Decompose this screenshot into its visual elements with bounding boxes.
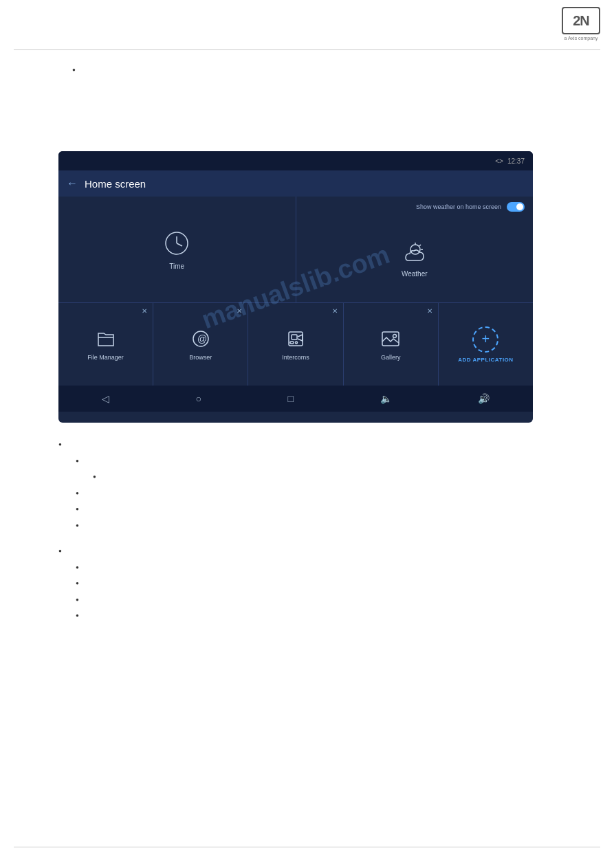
bullet-2-3-dot: ● [76, 597, 85, 603]
time-label: Time [169, 263, 184, 270]
weather-cell[interactable]: Show weather on home screen [296, 197, 534, 302]
bullet-1-1-text [85, 456, 88, 470]
bullet-1: ● [58, 440, 595, 454]
bullet-1-3-dot: ● [76, 506, 85, 512]
bullet-2-4: ● [76, 611, 595, 625]
intercoms-label: Intercoms [282, 354, 309, 361]
nav-back-icon[interactable]: ◁ [102, 393, 109, 404]
bullet-1-4: ● [76, 521, 595, 535]
weather-icon [400, 240, 429, 266]
add-application-label: ADD APPLICATION [458, 357, 513, 363]
clock-icon [163, 230, 190, 257]
close-gallery-icon[interactable]: ✕ [427, 307, 432, 315]
status-bar: <> 12:37 [58, 151, 533, 170]
app-cell-intercoms[interactable]: ✕ Intercoms [248, 303, 343, 386]
bullet-1-2: ● [76, 489, 595, 502]
bottom-row: ✕ File Manager ✕ @ Browser [58, 303, 533, 386]
logo-box: 2N [562, 7, 600, 34]
svg-point-13 [296, 342, 298, 344]
bottom-divider [14, 847, 600, 847]
bullet-1-4-text [85, 521, 88, 535]
bullet-1-1: ● [76, 456, 595, 470]
add-circle-icon: + [472, 326, 498, 353]
bullet-1-1-1-text [102, 472, 105, 486]
svg-line-2 [177, 243, 182, 246]
weather-label: Weather [402, 270, 428, 278]
bullet-1-2-text [85, 489, 88, 502]
content-area: Time Show weather on home screen [58, 197, 533, 386]
bullet-1-1-1: ● [93, 472, 595, 486]
logo-text: 2N [573, 13, 589, 29]
nav-recent-icon[interactable]: □ [287, 393, 293, 404]
svg-rect-12 [290, 342, 294, 344]
device-wrapper: manualslib.com <> 12:37 ← Home screen [58, 151, 533, 423]
bullets-section: ● ● ● ● ● ● ● ● ● ● ● [58, 440, 595, 627]
bullet-2-1-dot: ● [76, 564, 85, 570]
top-bullet: ● [72, 62, 76, 76]
svg-line-5 [419, 245, 421, 246]
status-signal-icon: <> [495, 157, 503, 165]
bullet-2-2-text [85, 579, 88, 592]
status-time: 12:37 [507, 157, 525, 165]
bullet-2-3: ● [76, 595, 595, 609]
close-file-manager-icon[interactable]: ✕ [142, 307, 147, 315]
bullet-2-3-text [85, 595, 88, 609]
svg-rect-11 [292, 335, 297, 340]
close-browser-icon[interactable]: ✕ [237, 307, 242, 315]
back-button[interactable]: ← [67, 177, 78, 190]
bullet-2-4-dot: ● [76, 612, 85, 619]
bullet-1-dot: ● [58, 441, 68, 447]
top-divider [14, 49, 600, 50]
bullet-1-1-1-dot: ● [93, 474, 102, 480]
bullet-1-3-text [85, 504, 88, 518]
nav-bar: ◁ ○ □ 🔈 🔊 [58, 386, 533, 412]
bullet-1-text [68, 440, 71, 454]
time-cell[interactable]: Time [58, 197, 296, 302]
nav-home-icon[interactable]: ○ [195, 393, 201, 404]
weather-toggle-row: Show weather on home screen [296, 197, 534, 214]
browser-label: Browser [189, 354, 212, 361]
bullet-2-4-text [85, 611, 88, 625]
file-manager-label: File Manager [87, 354, 124, 361]
bullet-1-4-dot: ● [76, 522, 85, 528]
top-bullet-dot: ● [72, 67, 76, 73]
nav-volume-down-icon[interactable]: 🔈 [380, 393, 392, 404]
gallery-icon [380, 328, 402, 350]
svg-text:@: @ [197, 333, 207, 344]
weather-toggle-label: Show weather on home screen [416, 203, 501, 210]
add-application-cell[interactable]: + ADD APPLICATION [439, 303, 533, 386]
bullet-2: ● [58, 546, 595, 560]
bullet-1-2-dot: ● [76, 490, 85, 496]
browser-icon: @ [190, 328, 212, 350]
device-screen: manualslib.com <> 12:37 ← Home screen [58, 151, 533, 423]
top-row: Time Show weather on home screen [58, 197, 533, 303]
nav-volume-up-icon[interactable]: 🔊 [478, 393, 490, 404]
title-bar: ← Home screen [58, 170, 533, 197]
logo-area: 2N a Axis company [562, 7, 600, 41]
bullet-2-text [68, 546, 71, 560]
bullet-2-2: ● [76, 579, 595, 592]
app-cell-file-manager[interactable]: ✕ File Manager [58, 303, 153, 386]
file-manager-icon [95, 328, 117, 350]
close-intercoms-icon[interactable]: ✕ [332, 307, 338, 315]
svg-point-3 [410, 245, 420, 254]
app-cell-gallery[interactable]: ✕ Gallery [344, 303, 439, 386]
bullet-2-1: ● [76, 563, 595, 577]
status-icons: <> 12:37 [495, 157, 525, 165]
svg-point-15 [393, 335, 397, 338]
bullet-1-1-dot: ● [76, 458, 85, 464]
intercoms-icon [285, 328, 307, 350]
bullet-2-2-dot: ● [76, 580, 85, 586]
gallery-label: Gallery [381, 354, 401, 361]
logo-subtitle: a Axis company [564, 36, 597, 41]
bullet-2-dot: ● [58, 548, 68, 554]
bullet-2-1-text [85, 563, 88, 577]
weather-icon-area: Weather [296, 214, 534, 302]
screen-title: Home screen [85, 178, 146, 190]
bullet-1-3: ● [76, 504, 595, 518]
toggle-knob [516, 203, 523, 210]
app-cell-browser[interactable]: ✕ @ Browser [153, 303, 248, 386]
weather-toggle-switch[interactable] [507, 202, 525, 212]
